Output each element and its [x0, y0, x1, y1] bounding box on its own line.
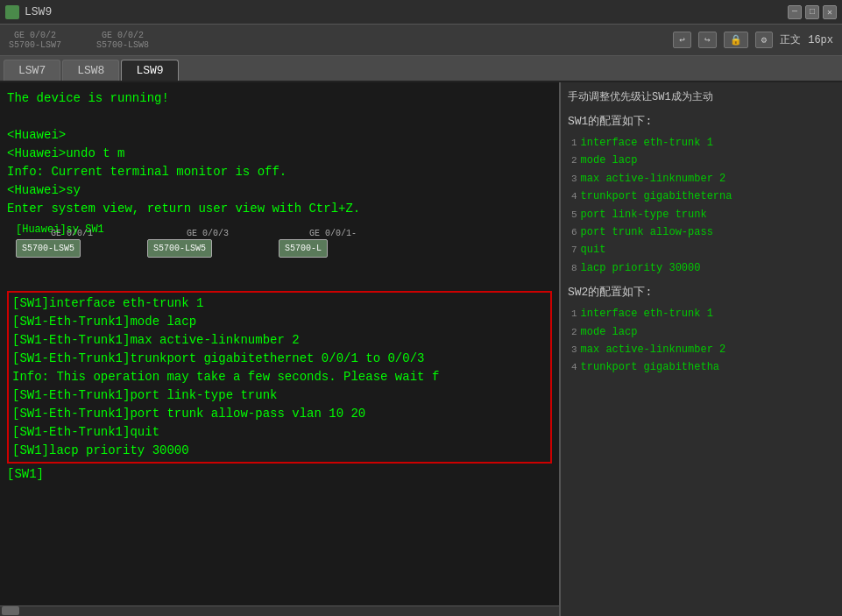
topo-node-lsw5a: S5700-LSW5 — [16, 239, 81, 258]
scrollbar-thumb[interactable] — [2, 606, 19, 615]
info-panel: 手动调整优先级让SW1成为主动 SW1的配置如下: 1interface eth… — [561, 82, 842, 616]
hl-line-4: [SW1-Eth-Trunk1]trunkport gigabitetherne… — [12, 350, 547, 368]
topo-port-3: GE 0/0/1- — [309, 227, 357, 240]
settings-button[interactable]: ⚙ — [755, 32, 774, 48]
sw1-item-4: 4trunkport gigabitheterna — [571, 188, 835, 205]
maximize-button[interactable]: □ — [805, 5, 819, 19]
hl-line-3: [SW1-Eth-Trunk1]max active-linknumber 2 — [12, 331, 547, 350]
sw2-item-1: 1interface eth-trunk 1 — [571, 305, 835, 322]
highlighted-block: [SW1]interface eth-trunk 1 [SW1-Eth-Trun… — [7, 291, 552, 464]
hl-line-8: [SW1-Eth-Trunk1]quit — [12, 423, 547, 442]
hl-line-6: [SW1-Eth-Trunk1]port link-type trunk — [12, 386, 547, 405]
terminal-line-3: <Huawei>undo t m — [7, 145, 552, 163]
terminal-line-1: The device is running! — [7, 89, 552, 108]
sw1-config-list: 1interface eth-trunk 1 2mode lacp 3max a… — [568, 134, 835, 277]
port-sublabel-2: S5700-LSW8 — [96, 40, 149, 50]
sw1-item-1: 1interface eth-trunk 1 — [571, 134, 835, 152]
sw2-item-4: 4trunkport gigabithetha — [571, 358, 835, 376]
main-layout: The device is running! <Huawei> <Huawei>… — [0, 82, 842, 616]
hl-line-5: Info: This operation may take a few seco… — [12, 368, 547, 386]
sw2-section-title: SW2的配置如下: — [568, 284, 835, 300]
topology-row: [Huawei]sy SW1 S5700-LSW5 S5700-LSW5 S57… — [7, 222, 552, 287]
sw1-item-6: 6port trunk allow-pass — [571, 223, 835, 241]
topo-port-1: GE 0/0/1 — [51, 227, 93, 240]
tab-lsw9[interactable]: LSW9 — [121, 60, 178, 81]
app-title: LSW9 — [25, 5, 52, 18]
hl-line-9: [SW1]lacp priority 30000 — [12, 442, 547, 460]
terminal-line-5: <Huawei>sy — [7, 181, 552, 200]
sw1-item-8: 8lacp priority 30000 — [571, 259, 835, 277]
network-bar: GE 0/0/2 S5700-LSW7 GE 0/0/2 S5700-LSW8 … — [0, 25, 842, 56]
undo-button[interactable]: ↩ — [673, 32, 691, 48]
font-size-label: 16px — [808, 34, 833, 46]
sw2-item-2: 2mode lacp — [571, 323, 835, 341]
top-note: 手动调整优先级让SW1成为主动 — [568, 89, 835, 104]
terminal-after-block: [SW1] — [7, 465, 552, 484]
terminal-line-6: Enter system view, return user view with… — [7, 200, 552, 218]
sw1-section-title: SW1的配置如下: — [568, 113, 835, 129]
sw1-item-7: 7quit — [571, 241, 835, 258]
minimize-button[interactable]: ─ — [788, 5, 802, 19]
hl-line-7: [SW1-Eth-Trunk1]port trunk allow-pass vl… — [12, 405, 547, 423]
topo-node-lsw5b: S5700-LSW5 — [147, 239, 212, 258]
tab-lsw8[interactable]: LSW8 — [62, 60, 119, 81]
sw1-item-5: 5port link-type trunk — [571, 206, 835, 223]
network-port-2: GE 0/0/2 S5700-LSW8 — [96, 31, 149, 50]
sw1-item-3: 3max active-linknumber 2 — [571, 170, 835, 188]
title-bar-controls: ─ □ ✕ — [788, 5, 837, 19]
title-bar: LSW9 ─ □ ✕ — [0, 0, 842, 25]
sw1-item-2: 2mode lacp — [571, 152, 835, 169]
terminal-line-2: <Huawei> — [7, 126, 552, 145]
title-bar-left: LSW9 — [5, 5, 52, 19]
toolbar-right: ↩ ↪ 🔒 ⚙ 正文 16px — [673, 32, 833, 48]
terminal-content: The device is running! <Huawei> <Huawei>… — [0, 82, 559, 491]
app-icon — [5, 5, 19, 19]
topo-node-lswl: S5700-L — [279, 239, 328, 258]
topo-port-2: GE 0/0/3 — [187, 227, 229, 240]
sw2-item-3: 3max active-linknumber 2 — [571, 341, 835, 358]
port-sublabel-1: S5700-LSW7 — [9, 40, 61, 50]
network-port-1: GE 0/0/2 S5700-LSW7 — [9, 31, 61, 50]
text-style-label: 正文 — [780, 32, 801, 47]
terminal-panel[interactable]: The device is running! <Huawei> <Huawei>… — [0, 82, 561, 616]
tabs-bar: LSW7 LSW8 LSW9 — [0, 56, 842, 82]
close-button[interactable]: ✕ — [823, 5, 837, 19]
terminal-line-4: Info: Current terminal monitor is off. — [7, 163, 552, 181]
port-label-2: GE 0/0/2 — [102, 31, 144, 40]
lock-button[interactable]: 🔒 — [724, 32, 748, 48]
tab-lsw7[interactable]: LSW7 — [4, 60, 60, 81]
hl-line-1: [SW1]interface eth-trunk 1 — [12, 294, 547, 313]
terminal-line-blank — [7, 108, 552, 126]
port-label-1: GE 0/0/2 — [14, 31, 56, 40]
sw2-config-list: 1interface eth-trunk 1 2mode lacp 3max a… — [568, 305, 835, 377]
hl-line-2: [SW1-Eth-Trunk1]mode lacp — [12, 313, 547, 331]
redo-button[interactable]: ↪ — [698, 32, 717, 48]
horizontal-scrollbar[interactable] — [0, 605, 559, 616]
